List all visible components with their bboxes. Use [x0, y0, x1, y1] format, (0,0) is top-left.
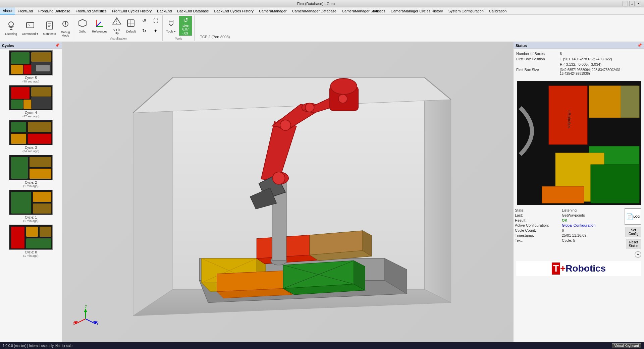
- menu-item-backend[interactable]: BackEnd: [154, 7, 174, 14]
- command-button[interactable]: >_ Command ▾: [20, 18, 40, 38]
- manifesto-button[interactable]: Manifesto: [41, 18, 58, 38]
- default-label: Default: [126, 30, 136, 33]
- menu-item-about[interactable]: About: [0, 7, 15, 14]
- toolbar-group-main: Listening >_ Command ▾ Manifesto DebugMo…: [1, 15, 74, 41]
- svg-rect-114: [621, 86, 639, 118]
- svg-point-100: [338, 94, 347, 103]
- ortho-button[interactable]: Ortho: [76, 16, 89, 36]
- rotate-left-icon: ↺: [142, 18, 146, 23]
- log-label: LOG: [633, 215, 640, 218]
- robot-scene: [62, 42, 513, 342]
- vfix-up-button[interactable]: V-FixUp: [110, 16, 123, 36]
- camera-image: i-Robotics: [517, 81, 641, 205]
- zoom-fit-button[interactable]: ⛶: [151, 16, 160, 25]
- menu-item-camera-manager-cycles-history[interactable]: CameraManager Cycles History: [388, 7, 446, 14]
- rotate-right-button[interactable]: ↻: [140, 26, 149, 36]
- zoom-button[interactable]: ✦: [151, 26, 160, 36]
- svg-rect-24: [11, 65, 23, 74]
- svg-line-15: [96, 22, 101, 26]
- cycles-panel: Cycles 📌 Cycle: 5 (40: [0, 42, 62, 342]
- cycle3-time: (54 sec ago): [22, 150, 39, 153]
- tcp-label: TCP 2 (Port 8003): [197, 34, 232, 40]
- number-of-boxes-value: 6: [560, 52, 562, 56]
- svg-marker-55: [425, 77, 451, 302]
- minimize-button[interactable]: ─: [623, 1, 628, 6]
- cycle-count-row: Cycle Count: 6: [515, 228, 625, 232]
- menu-item-backend-database[interactable]: BackEnd Database: [174, 7, 211, 14]
- cycle0-time: (1 min ago): [23, 254, 39, 257]
- cycle5-label: Cycle: 5: [25, 76, 37, 80]
- cycles-scroll[interactable]: Cycle: 5 (40 sec ago) Cycle: 4 (47 s: [0, 49, 62, 342]
- svg-point-98: [280, 120, 291, 131]
- listening-icon: [6, 21, 16, 32]
- zoom-fit-icon: ⛶: [153, 18, 158, 23]
- titlebar-controls: ─ □ ✕: [623, 1, 641, 6]
- close-button[interactable]: ✕: [636, 1, 641, 6]
- virtual-keyboard-button[interactable]: Virtual Keyboard: [612, 343, 641, 348]
- menu-item-calibration[interactable]: Calibration: [486, 7, 509, 14]
- svg-rect-28: [36, 65, 50, 71]
- menu-item-backend-cycles-history[interactable]: BackEnd Cycles History: [212, 7, 256, 14]
- cycle-count-value: 6: [562, 228, 564, 232]
- menu-item-system-configuration[interactable]: System Configuration: [446, 7, 486, 14]
- listening-label: Listening: [5, 32, 17, 36]
- cycles-pin-icon[interactable]: 📌: [55, 43, 60, 48]
- text-row: Text: Cycle: 5: [515, 238, 625, 242]
- menu-item-frontend-statistics[interactable]: FrontEnd Statistics: [73, 7, 109, 14]
- listening-button[interactable]: Listening: [3, 18, 19, 38]
- svg-rect-50: [26, 227, 38, 237]
- last-row: Last: GetWaypoints: [515, 213, 625, 217]
- menu-item-camera-manager[interactable]: CameraManager: [256, 7, 289, 14]
- svg-rect-5: [47, 22, 53, 29]
- live-button[interactable]: ↺ Live 6.07-.09: [179, 16, 192, 36]
- cycle-item-1[interactable]: Cycle: 1 (1 min ago): [1, 190, 60, 223]
- cycle-thumb-2: [9, 155, 53, 180]
- references-button[interactable]: References: [90, 16, 109, 36]
- status-content: Number of Boxes 6 First Box Position T (…: [514, 49, 644, 79]
- active-config-value: Global Configuration: [562, 223, 595, 227]
- titlebar-title: Flex (Database) - Guru: [9, 2, 623, 6]
- tools-label-group: Tools: [175, 37, 182, 40]
- scroll-arrow-icon: [635, 251, 641, 258]
- status-actions-area: State: Listening Last: GetWaypoints Resu…: [514, 206, 644, 260]
- result-row: Result: OK: [515, 218, 625, 222]
- cycles-title: Cycles: [2, 44, 14, 48]
- ortho-label: Ortho: [79, 30, 87, 33]
- active-config-label: Active Configuration:: [515, 223, 562, 227]
- rotate-right-icon: ↻: [142, 28, 146, 34]
- status-header: Status 📌: [514, 42, 644, 49]
- menu-item-frontend-cycles-history[interactable]: FrontEnd Cycles History: [109, 7, 155, 14]
- default-button[interactable]: Default: [124, 16, 138, 36]
- log-button[interactable]: 📄 LOG: [625, 208, 641, 225]
- cycle5-time: (40 sec ago): [22, 80, 39, 83]
- status-info: State: Listening Last: GetWaypoints Resu…: [515, 208, 625, 258]
- svg-marker-108: [84, 309, 87, 312]
- first-box-position-label: First Box Position: [516, 57, 560, 61]
- cycle-item-2[interactable]: Cycle: 2 (1 min ago): [1, 155, 60, 188]
- cycle-item-3[interactable]: Cycle: 3 (54 sec ago): [1, 120, 60, 153]
- menu-item-camera-manager-statistics[interactable]: CameraManager Statistics: [339, 7, 388, 14]
- maximize-button[interactable]: □: [629, 1, 635, 6]
- menu-item-camera-manager-database[interactable]: CameraManager Database: [289, 7, 339, 14]
- svg-marker-80: [310, 231, 363, 255]
- viewport-3d[interactable]: Y X Z: [62, 42, 513, 342]
- tools-button[interactable]: Tools ▾: [165, 16, 178, 36]
- reset-status-button[interactable]: ResetStatus: [626, 239, 641, 249]
- rotate-left-button[interactable]: ↺: [140, 16, 149, 25]
- status-pin-icon[interactable]: 📌: [637, 43, 642, 48]
- svg-rect-46: [33, 192, 51, 202]
- active-config-row: Active Configuration: Global Configurati…: [515, 223, 625, 227]
- cycle-item-0[interactable]: Cycle: 0 (1 min ago): [1, 225, 60, 257]
- cycle4-label: Cycle: 4: [25, 111, 37, 115]
- text-label: Text:: [515, 238, 562, 242]
- menu-item-frontend-database[interactable]: FrontEnd Database: [36, 7, 73, 14]
- axes-indicator: Y X Z: [72, 305, 99, 332]
- cycle-item-4[interactable]: Cycle: 4 (47 sec ago): [1, 85, 60, 118]
- visualization-label: Visualization: [110, 37, 126, 40]
- set-config-button[interactable]: SetConfig: [626, 227, 641, 237]
- action-buttons-area: 📄 LOG SetConfig ResetStatus: [625, 208, 643, 258]
- debug-mode-button[interactable]: DebugMode: [59, 18, 72, 38]
- cycle2-time: (1 min ago): [23, 184, 39, 188]
- cycle-item-5[interactable]: Cycle: 5 (40 sec ago): [1, 50, 60, 83]
- menu-item-frontend[interactable]: FrontEnd: [15, 7, 36, 14]
